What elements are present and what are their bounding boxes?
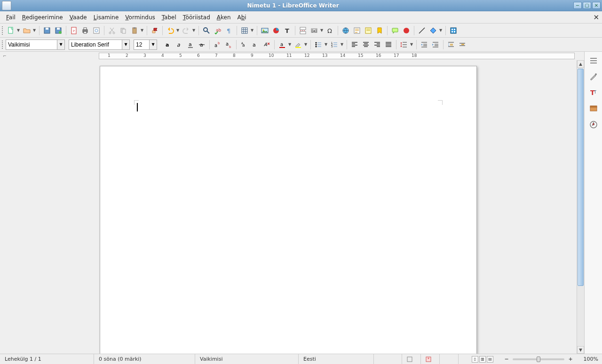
- redo-dropdown[interactable]: ▼: [191, 28, 196, 32]
- clone-formatting-button[interactable]: [150, 25, 160, 36]
- menu-help[interactable]: Abi: [234, 13, 250, 22]
- book-view-button[interactable]: ▤: [487, 356, 493, 363]
- digital-signature-status[interactable]: [440, 354, 459, 364]
- bookmark-button[interactable]: [374, 25, 385, 36]
- insert-table-dropdown[interactable]: ▼: [250, 28, 254, 32]
- bullets-dropdown[interactable]: ▼: [324, 42, 328, 47]
- new-document-dropdown[interactable]: ▼: [16, 28, 21, 32]
- new-document-button[interactable]: [6, 25, 16, 36]
- export-pdf-button[interactable]: P: [69, 25, 79, 36]
- decrease-indent-button[interactable]: [430, 40, 441, 50]
- increase-indent-button[interactable]: [419, 40, 429, 50]
- zoom-in-button[interactable]: +: [567, 356, 574, 362]
- italic-button[interactable]: a: [174, 40, 184, 50]
- print-preview-button[interactable]: [91, 25, 102, 36]
- find-replace-button[interactable]: [201, 25, 212, 36]
- scroll-track[interactable]: [577, 68, 584, 346]
- zoom-knob[interactable]: [537, 356, 540, 362]
- lowercase-button[interactable]: a: [250, 40, 261, 50]
- paste-button[interactable]: [129, 25, 140, 36]
- basic-shapes-dropdown[interactable]: ▼: [438, 28, 443, 32]
- font-color-dropdown[interactable]: ▼: [287, 42, 292, 47]
- minimize-button[interactable]: ─: [573, 2, 582, 9]
- align-center-button[interactable]: [361, 40, 371, 50]
- insert-textbox-button[interactable]: T: [282, 25, 293, 36]
- highlight-button[interactable]: [293, 40, 303, 50]
- document-viewport[interactable]: [0, 60, 577, 354]
- font-size-input[interactable]: [134, 40, 149, 49]
- menu-insert[interactable]: Lisamine: [90, 13, 122, 22]
- insert-field-button[interactable]: [a]: [309, 25, 319, 36]
- formatting-marks-button[interactable]: ¶: [224, 25, 234, 36]
- open-button[interactable]: [22, 25, 32, 36]
- save-button[interactable]: [42, 25, 52, 36]
- scroll-down-button[interactable]: ▼: [577, 346, 584, 354]
- language-status[interactable]: Eesti: [299, 354, 374, 364]
- word-count-status[interactable]: 0 sõna (0 märki): [94, 354, 195, 364]
- draw-functions-button[interactable]: [448, 25, 459, 36]
- menu-table[interactable]: Tabel: [158, 13, 180, 22]
- spellcheck-button[interactable]: ab: [213, 25, 223, 36]
- page-style-status[interactable]: Vaikimisi: [195, 354, 299, 364]
- properties-panel-button[interactable]: [587, 71, 600, 83]
- font-name-combo[interactable]: ▼: [69, 40, 130, 50]
- vertical-scrollbar[interactable]: ▲ ▼: [577, 60, 584, 354]
- gallery-panel-button[interactable]: [587, 103, 600, 115]
- line-spacing-dropdown[interactable]: ▼: [409, 42, 414, 47]
- menu-file[interactable]: Fail: [3, 13, 19, 22]
- align-right-button[interactable]: [372, 40, 382, 50]
- insert-line-button[interactable]: [417, 25, 427, 36]
- navigator-panel-button[interactable]: [587, 119, 600, 131]
- single-page-view-button[interactable]: ▯: [472, 356, 478, 363]
- numbering-button[interactable]: 123: [329, 40, 340, 50]
- zoom-slider[interactable]: [513, 358, 564, 360]
- increase-para-spacing-button[interactable]: [446, 40, 456, 50]
- copy-button[interactable]: [118, 25, 128, 36]
- insert-table-button[interactable]: [239, 25, 250, 36]
- menu-view[interactable]: Vaade: [66, 13, 90, 22]
- page-break-button[interactable]: [298, 25, 308, 36]
- insert-chart-button[interactable]: [271, 25, 281, 36]
- numbering-dropdown[interactable]: ▼: [340, 42, 344, 47]
- decrease-para-spacing-button[interactable]: [457, 40, 467, 50]
- basic-shapes-button[interactable]: [428, 25, 438, 36]
- cut-button[interactable]: [107, 25, 117, 36]
- paste-dropdown[interactable]: ▼: [140, 28, 144, 32]
- document-modified-status[interactable]: *: [421, 354, 440, 364]
- selection-mode-status[interactable]: [402, 354, 421, 364]
- font-size-combo[interactable]: ▼: [134, 40, 157, 50]
- print-button[interactable]: [80, 25, 90, 36]
- footnote-button[interactable]: [352, 25, 362, 36]
- subscript-button[interactable]: ab: [223, 40, 234, 50]
- clear-formatting-button[interactable]: A: [261, 40, 272, 50]
- font-size-dropdown[interactable]: ▼: [149, 40, 157, 49]
- scroll-thumb[interactable]: [578, 69, 584, 286]
- track-changes-button[interactable]: [401, 25, 412, 36]
- font-name-dropdown[interactable]: ▼: [122, 40, 129, 49]
- save-as-button[interactable]: [53, 25, 63, 36]
- menu-format[interactable]: Vormindus: [122, 13, 158, 22]
- zoom-percent[interactable]: 100%: [578, 354, 602, 364]
- paragraph-style-dropdown[interactable]: ▼: [57, 40, 64, 49]
- underline-button[interactable]: a: [185, 40, 196, 50]
- font-name-input[interactable]: [69, 40, 122, 49]
- redo-button[interactable]: [181, 25, 191, 36]
- font-color-button[interactable]: a: [277, 40, 287, 50]
- sidebar-settings-button[interactable]: [587, 55, 600, 67]
- hyperlink-button[interactable]: [341, 25, 351, 36]
- multi-page-view-button[interactable]: ▥: [479, 356, 486, 363]
- insert-image-button[interactable]: [260, 25, 270, 36]
- strikethrough-button[interactable]: a: [197, 40, 207, 50]
- paragraph-style-input[interactable]: [6, 40, 57, 49]
- align-left-button[interactable]: [349, 40, 360, 50]
- menu-window[interactable]: Aken: [214, 13, 234, 22]
- paragraph-style-combo[interactable]: ▼: [6, 40, 65, 50]
- insert-endnote-button[interactable]: [363, 25, 373, 36]
- maximize-button[interactable]: ▢: [583, 2, 591, 9]
- special-character-button[interactable]: Ω: [325, 25, 335, 36]
- uppercase-button[interactable]: aA: [239, 40, 249, 50]
- insert-mode-status[interactable]: [374, 354, 402, 364]
- horizontal-ruler[interactable]: 123456789101112131415161718: [99, 53, 575, 59]
- superscript-button[interactable]: ab: [212, 40, 222, 50]
- line-spacing-button[interactable]: [399, 40, 409, 50]
